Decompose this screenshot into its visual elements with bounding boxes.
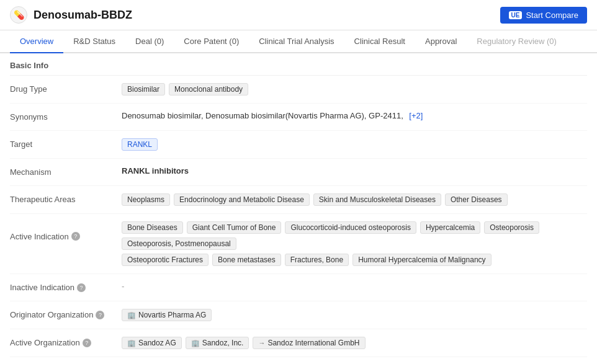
label-synonyms: Synonyms [10,111,122,122]
tag-bone-diseases: Bone Diseases [122,221,183,234]
tag-fractures-bone: Fractures, Bone [285,254,349,266]
value-drug-type: Biosimilar Monoclonal antibody [122,83,587,95]
drug-title: Denosumab-BBDZ [34,9,132,22]
tag-giant-cell-tumor: Giant Cell Tumor of Bone [187,221,282,234]
label-mechanism: Mechanism [10,166,122,177]
row-originator-org: Originator Organization ? 🏢 Novartis Pha… [10,301,587,329]
tag-neoplasms: Neoplasms [122,193,170,206]
row-synonyms: Synonyms Denosumab biosimilar, Denosumab… [10,104,587,131]
org-novartis[interactable]: 🏢 Novartis Pharma AG [122,309,212,321]
tag-humoral-hypercalcemia: Humoral Hypercalcemia of Malignancy [352,254,491,266]
tag-biosimilar: Biosimilar [122,83,165,95]
drug-icon: 💊 [10,6,27,24]
label-drug-type: Drug Type [10,83,122,94]
org-sandoz-intl[interactable]: → Sandoz International GmbH [253,337,365,349]
tag-osteoporosis-postmenopausal: Osteoporosis, Postmenopausal [122,237,236,250]
org-icon-sandoz-intl: → [258,339,265,347]
tab-rd-status[interactable]: R&D Status [63,30,125,53]
synonyms-text: Denosumab biosimilar, Denosumab biosimil… [122,111,405,120]
row-target: Target RANKL [10,131,587,159]
start-compare-button[interactable]: UE Start Compare [500,7,587,24]
tag-bone-metastases: Bone metastases [212,254,281,266]
row-inactive-indication: Inactive Indication ? - [10,274,587,301]
org-sandoz-inc[interactable]: 🏢 Sandoz, Inc. [186,337,249,349]
value-synonyms: Denosumab biosimilar, Denosumab biosimil… [122,111,587,120]
org-name-sandoz-inc: Sandoz, Inc. [202,339,244,347]
value-active-org: 🏢 Sandoz AG 🏢 Sandoz, Inc. → Sandoz Inte… [122,337,587,349]
tag-osteoporosis: Osteoporosis [484,221,539,234]
tab-deal[interactable]: Deal (0) [125,30,174,53]
section-basic-info: Basic Info [10,53,587,76]
tag-osteoporotic-fractures: Osteoporotic Fractures [122,254,209,266]
tag-other-diseases: Other Diseases [445,193,508,206]
org-name-sandoz-ag: Sandoz AG [138,339,176,347]
inactive-indication-dash: - [122,282,124,291]
help-icon-active-indication[interactable]: ? [71,232,80,241]
tag-monoclonal-antibody: Monoclonal antibody [169,83,248,95]
help-icon-inactive-indication[interactable]: ? [77,283,86,292]
org-name-novartis: Novartis Pharma AG [138,311,206,319]
org-name-sandoz-intl: Sandoz International GmbH [267,339,359,347]
tab-core-patent[interactable]: Core Patent (0) [174,30,249,53]
tab-approval[interactable]: Approval [415,30,467,53]
tab-clinical-trial-analysis[interactable]: Clinical Trial Analysis [249,30,344,53]
start-compare-label: Start Compare [526,11,578,20]
row-drug-type: Drug Type Biosimilar Monoclonal antibody [10,76,587,104]
tab-overview[interactable]: Overview [10,30,63,53]
value-active-indication-row2: Osteoporotic Fractures Bone metastases F… [122,254,587,266]
value-therapeutic-areas: Neoplasms Endocrinology and Metabolic Di… [122,193,587,206]
org-icon-sandoz-ag: 🏢 [127,339,136,347]
label-therapeutic-areas: Therapeutic Areas [10,193,122,204]
tag-skin-musculoskeletal: Skin and Musculoskeletal Diseases [313,193,441,206]
tag-glucocorticoid: Glucocorticoid-induced osteoporosis [285,221,416,234]
org-icon-novartis: 🏢 [127,311,136,319]
tag-hypercalcemia: Hypercalcemia [420,221,480,234]
label-target: Target [10,138,122,149]
tag-rankl[interactable]: RANKL [122,138,158,151]
mechanism-text: RANKL inhibitors [122,166,189,175]
row-mechanism: Mechanism RANKL inhibitors [10,159,587,186]
help-icon-active-org[interactable]: ? [83,339,91,347]
value-originator-org: 🏢 Novartis Pharma AG [122,309,587,321]
org-icon-sandoz-inc: 🏢 [191,339,200,347]
label-inactive-indication: Inactive Indication ? [10,282,122,292]
label-active-indication: Active Indication ? [10,221,122,250]
main-content: Basic Info Drug Type Biosimilar Monoclon… [0,53,597,364]
nav-tabs: Overview R&D Status Deal (0) Core Patent… [0,30,597,53]
label-originator-org: Originator Organization ? [10,309,122,319]
synonyms-expand-link[interactable]: [+2] [409,111,423,120]
row-inactive-org: Inactive Organization ? - [10,357,587,364]
header-left: 💊 Denosumab-BBDZ [10,6,132,24]
org-sandoz-ag[interactable]: 🏢 Sandoz AG [122,337,182,349]
page-header: 💊 Denosumab-BBDZ UE Start Compare [0,0,597,30]
tab-regulatory-review[interactable]: Regulatory Review (0) [467,30,567,53]
value-active-indication-row1: Bone Diseases Giant Cell Tumor of Bone G… [122,221,587,250]
tag-endocrinology: Endocrinology and Metabolic Disease [174,193,310,206]
label-active-org: Active Organization ? [10,337,122,347]
value-mechanism: RANKL inhibitors [122,166,587,175]
row-active-indication: Active Indication ? Bone Diseases Giant … [10,214,587,274]
help-icon-originator-org[interactable]: ? [96,311,104,319]
row-active-org: Active Organization ? 🏢 Sandoz AG 🏢 Sand… [10,329,587,357]
row-therapeutic-areas: Therapeutic Areas Neoplasms Endocrinolog… [10,186,587,214]
value-target: RANKL [122,138,587,151]
ue-badge: UE [509,11,523,19]
tab-clinical-result[interactable]: Clinical Result [344,30,415,53]
value-inactive-indication: - [122,282,587,291]
